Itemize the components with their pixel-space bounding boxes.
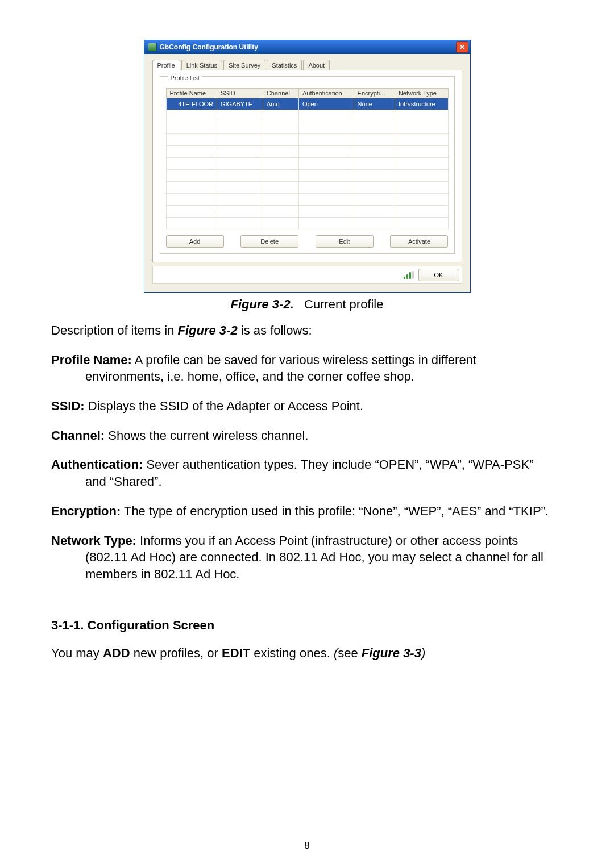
tab-strip: Profile Link Status Site Survey Statisti… — [152, 60, 462, 70]
item-channel: Channel: Shows the current wireless chan… — [51, 427, 563, 444]
col-encryption[interactable]: Encrypti... — [354, 89, 395, 98]
table-row — [166, 110, 448, 122]
col-ssid[interactable]: SSID — [217, 89, 263, 98]
item-network-type: Network Type: Informs you if an Access P… — [51, 532, 563, 583]
col-authentication[interactable]: Authentication — [298, 89, 354, 98]
table-header-row: Profile Name SSID Channel Authentication… — [166, 89, 448, 98]
profile-list-label: Profile List — [168, 74, 202, 81]
tab-statistics[interactable]: Statistics — [267, 60, 302, 70]
signal-icon — [404, 271, 414, 279]
add-button[interactable]: Add — [166, 235, 224, 248]
figure-caption: Figure 3-2. Current profile — [144, 297, 471, 312]
col-profile-name[interactable]: Profile Name — [166, 89, 217, 98]
item-profile-name: Profile Name: A profile can be saved for… — [51, 352, 563, 385]
tab-profile[interactable]: Profile — [152, 60, 180, 70]
app-icon — [148, 43, 157, 52]
intro-line: Description of items in Figure 3-2 is as… — [51, 322, 563, 339]
close-icon[interactable]: ✕ — [456, 41, 468, 53]
profile-table[interactable]: Profile Name SSID Channel Authentication… — [166, 88, 449, 229]
table-row — [166, 206, 448, 218]
item-encryption: Encryption: The type of encryption used … — [51, 503, 563, 520]
page-number: 8 — [0, 841, 614, 851]
table-row — [166, 158, 448, 170]
tab-about[interactable]: About — [303, 60, 330, 70]
config-line: You may ADD new profiles, or EDIT existi… — [51, 645, 563, 662]
table-row — [166, 122, 448, 134]
ok-button[interactable]: OK — [418, 269, 459, 281]
window-titlebar: GbConfig Configuration Utility ✕ — [144, 40, 470, 54]
table-row — [166, 218, 448, 229]
table-row — [166, 182, 448, 194]
table-row — [166, 194, 448, 206]
delete-button[interactable]: Delete — [240, 235, 298, 248]
table-row — [166, 170, 448, 182]
tab-site-survey[interactable]: Site Survey — [223, 60, 265, 70]
window-title: GbConfig Configuration Utility — [160, 43, 258, 51]
table-row — [166, 146, 448, 158]
activate-button[interactable]: Activate — [390, 235, 448, 248]
col-channel[interactable]: Channel — [263, 89, 298, 98]
table-row[interactable]: 4TH FLOOR GIGABYTE Auto Open None Infras… — [166, 98, 448, 110]
app-window: GbConfig Configuration Utility ✕ Profile… — [144, 40, 471, 293]
section-heading: 3-1-1. Configuration Screen — [51, 617, 563, 634]
item-ssid: SSID: Displays the SSID of the Adapter o… — [51, 398, 563, 415]
col-network-type[interactable]: Network Type — [395, 89, 448, 98]
table-row — [166, 134, 448, 146]
edit-button[interactable]: Edit — [316, 235, 374, 248]
item-authentication: Authentication: Sever authentication typ… — [51, 456, 563, 490]
tab-link-status[interactable]: Link Status — [181, 60, 222, 70]
